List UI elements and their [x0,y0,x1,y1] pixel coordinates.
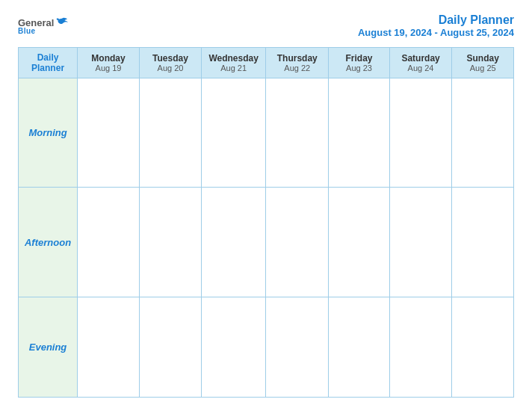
day-header-wednesday: Wednesday Aug 21 [202,48,266,78]
cell-morning-monday[interactable] [78,78,140,188]
cell-afternoon-wednesday[interactable] [202,188,266,297]
cell-morning-friday[interactable] [329,78,389,188]
cell-evening-thursday[interactable] [266,297,329,397]
planner-title: Daily Planner [358,13,514,27]
cell-afternoon-sunday[interactable] [452,188,514,297]
day-header-friday: Friday Aug 23 [329,48,389,78]
header: General Blue Daily Planner August 19, 20… [18,13,514,38]
cell-morning-saturday[interactable] [389,78,452,188]
cell-evening-friday[interactable] [329,297,389,397]
cell-afternoon-monday[interactable] [78,188,140,297]
time-label-morning: Morning [19,78,78,188]
cell-evening-tuesday[interactable] [139,297,201,397]
logo-bird-icon [55,17,69,28]
day-header-monday: Monday Aug 19 [78,48,140,78]
cell-afternoon-friday[interactable] [329,188,389,297]
cell-morning-wednesday[interactable] [202,78,266,188]
cell-evening-saturday[interactable] [389,297,452,397]
logo-sub-text: Blue [18,27,36,35]
time-label-afternoon: Afternoon [19,188,78,297]
row-evening: Evening [19,297,514,397]
table-label-header: Daily Planner [19,48,78,78]
day-header-tuesday: Tuesday Aug 20 [139,48,201,78]
table-header-row: Daily Planner Monday Aug 19 Tuesday Aug … [19,48,514,78]
date-range: August 19, 2024 - August 25, 2024 [358,27,514,38]
cell-afternoon-thursday[interactable] [266,188,329,297]
cell-evening-sunday[interactable] [452,297,514,397]
title-area: Daily Planner August 19, 2024 - August 2… [358,13,514,38]
row-afternoon: Afternoon [19,188,514,297]
cell-afternoon-tuesday[interactable] [139,188,201,297]
row-morning: Morning [19,78,514,188]
day-header-saturday: Saturday Aug 24 [389,48,452,78]
cell-morning-sunday[interactable] [452,78,514,188]
cell-afternoon-saturday[interactable] [389,188,452,297]
cell-evening-monday[interactable] [78,297,140,397]
time-label-evening: Evening [19,297,78,397]
logo-area: General Blue [18,17,69,35]
cell-evening-wednesday[interactable] [202,297,266,397]
planner-table: Daily Planner Monday Aug 19 Tuesday Aug … [18,47,514,398]
cell-morning-tuesday[interactable] [139,78,201,188]
day-header-thursday: Thursday Aug 22 [266,48,329,78]
cell-morning-thursday[interactable] [266,78,329,188]
day-header-sunday: Sunday Aug 25 [452,48,514,78]
